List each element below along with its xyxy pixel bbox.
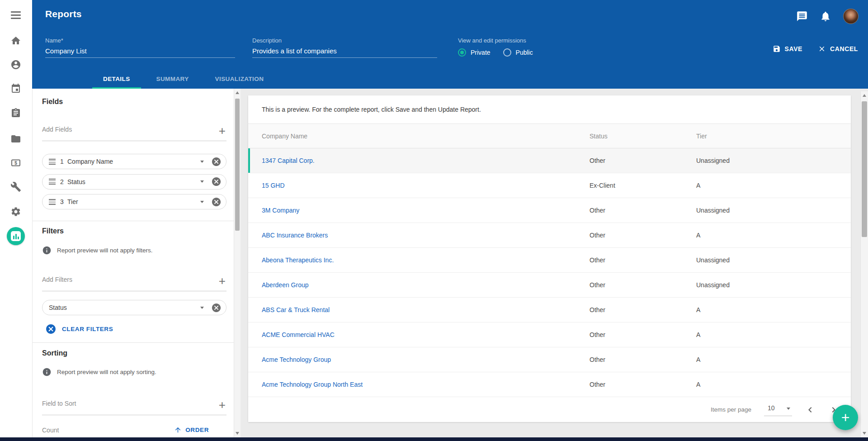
company-link[interactable]: 15 GHD bbox=[262, 182, 590, 189]
description-label: Description bbox=[252, 37, 282, 44]
table-row[interactable]: ABC Insurance Brokers Other A bbox=[248, 223, 851, 248]
home-icon[interactable] bbox=[10, 35, 21, 46]
calendar-icon[interactable] bbox=[10, 83, 21, 94]
page-title: Reports bbox=[45, 9, 82, 19]
field-to-sort-plus-icon[interactable]: + bbox=[219, 399, 226, 411]
chat-icon[interactable] bbox=[796, 10, 808, 22]
name-value[interactable]: Company List bbox=[45, 47, 235, 55]
avatar[interactable] bbox=[843, 9, 859, 24]
company-link[interactable]: Acme Technology Group bbox=[262, 356, 590, 363]
description-value[interactable]: Provides a list of companies bbox=[252, 47, 437, 55]
tab-summary[interactable]: SUMMARY bbox=[146, 69, 200, 89]
account-icon[interactable] bbox=[10, 59, 21, 70]
table-row[interactable]: Acme Technology Group Other A bbox=[248, 347, 851, 372]
description-field[interactable]: Description Provides a list of companies bbox=[252, 36, 437, 58]
scrollbar-thumb[interactable] bbox=[862, 101, 867, 237]
header: Reports Name* Company List Description P… bbox=[32, 0, 868, 89]
remove-icon[interactable] bbox=[211, 303, 222, 313]
permission-radio-public[interactable]: Public bbox=[503, 48, 533, 57]
company-link[interactable]: Acme Technology Group North East bbox=[262, 381, 590, 388]
table-row[interactable]: Aberdeen Group Other Unassigned bbox=[248, 273, 851, 298]
chevron-down-icon[interactable] bbox=[200, 161, 204, 163]
scroll-up-icon[interactable] bbox=[863, 94, 866, 97]
chevron-down-icon[interactable] bbox=[200, 201, 204, 203]
clear-filters-icon bbox=[45, 323, 57, 335]
chevron-down-icon[interactable] bbox=[200, 180, 204, 183]
table-row[interactable]: Acme Technology Group North East Other A bbox=[248, 372, 851, 397]
field-to-sort-input[interactable]: Field to Sort + bbox=[42, 399, 226, 415]
tier-cell: Unassigned bbox=[696, 157, 851, 164]
menu-icon[interactable] bbox=[10, 9, 21, 20]
page-scrollbar[interactable] bbox=[860, 91, 868, 437]
table-row[interactable]: Abeona Therapeutics Inc. Other Unassigne… bbox=[248, 248, 851, 273]
cancel-label: CANCEL bbox=[830, 45, 858, 52]
table-row[interactable]: ABS Car & Truck Rental Other A bbox=[248, 298, 851, 322]
tab-details[interactable]: DETAILS bbox=[92, 69, 141, 89]
tab-visualization[interactable]: VISUALIZATION bbox=[204, 69, 275, 89]
company-link[interactable]: Abeona Therapeutics Inc. bbox=[262, 256, 590, 264]
cancel-button[interactable]: CANCEL bbox=[818, 45, 858, 53]
notifications-icon[interactable] bbox=[820, 10, 831, 22]
tasks-icon[interactable] bbox=[10, 108, 21, 119]
name-field[interactable]: Name* Company List bbox=[45, 36, 235, 58]
add-report-fab[interactable]: + bbox=[833, 405, 858, 430]
company-link[interactable]: Aberdeen Group bbox=[262, 281, 590, 289]
info-icon bbox=[42, 367, 52, 377]
chevron-down-icon[interactable] bbox=[200, 307, 204, 309]
drag-handle-icon[interactable] bbox=[49, 179, 56, 185]
status-cell: Other bbox=[590, 331, 696, 338]
remove-icon[interactable] bbox=[211, 156, 222, 167]
save-icon bbox=[773, 45, 781, 53]
company-link[interactable]: ACME Commercial HVAC bbox=[262, 331, 590, 338]
save-button[interactable]: SAVE bbox=[773, 45, 803, 53]
company-link[interactable]: 1347 Capital Corp. bbox=[262, 157, 590, 164]
order-button[interactable]: ORDER bbox=[174, 426, 209, 434]
add-filters-plus-icon[interactable]: + bbox=[219, 275, 226, 287]
fields-heading: Fields bbox=[42, 98, 63, 106]
scroll-up-icon[interactable] bbox=[236, 91, 239, 94]
save-label: SAVE bbox=[785, 45, 803, 52]
status-cell: Ex-Client bbox=[590, 182, 696, 189]
add-filters-input[interactable]: Add Filters + bbox=[42, 275, 226, 291]
table-row[interactable]: ACME Commercial HVAC Other A bbox=[248, 322, 851, 347]
scrollbar-thumb[interactable] bbox=[235, 99, 240, 231]
scroll-down-icon[interactable] bbox=[863, 432, 866, 435]
billing-icon[interactable]: $ bbox=[10, 157, 21, 168]
folder-icon[interactable] bbox=[10, 133, 21, 144]
pagination: Items per page 10 bbox=[248, 397, 851, 422]
reports-chart-icon[interactable] bbox=[7, 227, 25, 245]
add-fields-input[interactable]: Add Fields + bbox=[42, 125, 226, 141]
permission-radio-private[interactable]: Private bbox=[458, 48, 491, 57]
status-cell: Other bbox=[590, 256, 696, 264]
filter-chip[interactable]: Status bbox=[42, 300, 226, 315]
table-row[interactable]: 3M Company Other Unassigned bbox=[248, 198, 851, 223]
settings-icon[interactable] bbox=[10, 206, 21, 217]
field-chip[interactable]: 3 Tier bbox=[42, 194, 226, 209]
filters-note: Report preview will not apply filters. bbox=[42, 246, 153, 255]
scroll-down-icon[interactable] bbox=[236, 432, 239, 435]
report-config-panel: Fields Add Fields + 1 Company Name 2 Sta… bbox=[32, 89, 241, 437]
previous-page-button[interactable] bbox=[805, 404, 816, 415]
company-link[interactable]: 3M Company bbox=[262, 207, 590, 214]
add-fields-plus-icon[interactable]: + bbox=[219, 125, 226, 137]
field-order: 1 bbox=[60, 158, 67, 165]
name-label: Name* bbox=[45, 37, 63, 44]
section-divider bbox=[33, 342, 234, 343]
clear-filters-button[interactable]: CLEAR FILTERS bbox=[45, 323, 113, 335]
tools-icon[interactable] bbox=[10, 181, 21, 192]
table-row[interactable]: 1347 Capital Corp. Other Unassigned bbox=[248, 148, 851, 173]
field-chip[interactable]: 1 Company Name bbox=[42, 154, 226, 169]
column-header: Status bbox=[590, 133, 696, 140]
table-row[interactable]: 15 GHD Ex-Client A bbox=[248, 173, 851, 198]
field-chip[interactable]: 2 Status bbox=[42, 174, 226, 190]
drag-handle-icon[interactable] bbox=[49, 199, 56, 205]
panel-scrollbar[interactable] bbox=[234, 89, 241, 437]
page-size-select[interactable]: 10 bbox=[764, 403, 792, 416]
remove-icon[interactable] bbox=[211, 197, 222, 207]
drag-handle-icon[interactable] bbox=[49, 159, 56, 165]
company-link[interactable]: ABC Insurance Brokers bbox=[262, 232, 590, 239]
sidebar: $ bbox=[0, 0, 32, 437]
company-link[interactable]: ABS Car & Truck Rental bbox=[262, 306, 590, 313]
column-header: Company Name bbox=[262, 133, 590, 140]
remove-icon[interactable] bbox=[211, 176, 222, 187]
